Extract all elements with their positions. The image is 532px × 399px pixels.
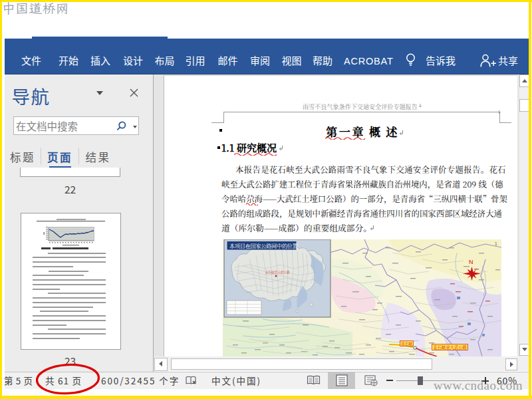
- svg-text:花石峡至大武公路: 花石峡至大武公路: [265, 270, 290, 275]
- svg-text:N: N: [469, 259, 473, 265]
- svg-text:花石峡至大武公路: 花石峡至大武公路: [433, 344, 467, 350]
- svg-text:1: 1: [495, 241, 497, 246]
- svg-text:花石峡: 花石峡: [401, 340, 413, 346]
- svg-text:本项目在国家公路网中的位置: 本项目在国家公路网中的位置: [229, 242, 298, 249]
